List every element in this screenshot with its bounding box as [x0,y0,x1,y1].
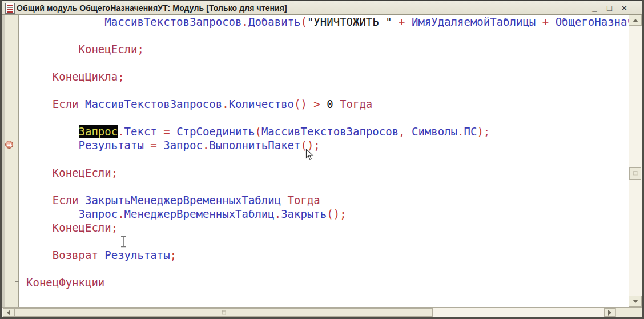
code-line[interactable]: Если МассивТекстовЗапросов.Количество() … [26,97,629,111]
code-segment: ИмяУдаляемойТаблицы [412,15,536,28]
vertical-scrollbar[interactable] [629,15,642,307]
editor-gutter [5,15,18,307]
code-segment: ; [118,70,124,83]
code-segment: Текст [124,125,157,138]
window-controls: _ □ × [590,1,629,14]
code-segment: ; [111,221,118,234]
thumb-grip-icon [222,310,226,314]
code-segment: Символы [412,125,457,138]
minimize-button[interactable]: _ [590,3,599,13]
code-segment: = [144,139,163,151]
scroll-up-button[interactable] [629,15,642,26]
scroll-right-button[interactable] [604,308,615,317]
code-segment: (); [300,139,320,151]
horizontal-scrollbar-thumb[interactable] [14,308,433,317]
code-segment: ПС [464,125,477,138]
code-segment: ЗакрытьМенеджерВременныхТаблиц [85,194,281,206]
code-line[interactable]: Возврат Результаты; [26,248,629,262]
code-segment: Если [26,98,85,110]
code-segment: Запрос [26,208,118,220]
code-area[interactable]: МассивТекстовЗапросов.Добавить("УНИЧТОЖИ… [19,15,629,307]
code-segment: МассивТекстовЗапросов [85,98,222,110]
code-line[interactable] [26,56,629,70]
code-segment: ОбщегоНазнач [556,15,629,28]
code-segment [26,125,79,138]
scroll-down-icon [633,300,638,303]
code-segment: МенеджерВременныхТаблиц [124,208,275,220]
code-line[interactable] [26,262,629,276]
code-segment: "УНИЧТОЖИТЬ " [307,15,392,28]
maximize-button[interactable]: □ [605,3,614,13]
code-segment: КонецЕсли [26,166,111,179]
code-line[interactable] [26,180,629,193]
code-line[interactable]: МассивТекстовЗапросов.Добавить("УНИЧТОЖИ… [26,15,629,29]
code-segment: Если [26,194,85,206]
code-line[interactable] [26,234,629,248]
code-segment: = [157,125,176,138]
code-line[interactable] [26,83,629,97]
module-document-icon [5,3,15,14]
code-segment: + [392,15,412,28]
code-segment: ; [111,166,118,179]
vertical-scrollbar-thumb[interactable] [629,167,641,180]
code-segment: Закрыть [281,208,327,220]
code-segment: + [536,15,555,28]
code-segment: , [399,125,412,138]
code-segment: ВыполнитьПакет [209,139,300,151]
current-position-icon [5,141,13,149]
code-line[interactable]: КонецФункции [26,276,629,289]
code-line[interactable]: Результаты = Запрос.ВыполнитьПакет(); [26,138,629,152]
code-segment: () > [294,98,327,110]
code-segment: ; [137,43,143,55]
code-line[interactable] [26,111,629,125]
code-segment: 0 [327,98,333,110]
code-segment: Количество [229,98,294,110]
window-border-right [642,0,644,319]
scrollbar-corner [615,308,642,317]
code-lines: МассивТекстовЗапросов.Добавить("УНИЧТОЖИ… [19,15,629,289]
code-segment: КонецФункции [26,276,104,289]
close-button[interactable]: × [619,3,629,13]
module-editor-window: Общий модуль ОбщегоНазначенияУТ: Модуль … [0,0,644,319]
code-segment: Запрос [163,139,203,151]
code-segment: СтрСоединить [176,125,255,138]
window-border-bottom [0,317,644,319]
code-line[interactable]: КонецЕсли; [26,221,629,234]
code-line[interactable]: Запрос.Текст = СтрСоединить(МассивТексто… [26,125,629,138]
code-segment: . [242,15,248,28]
code-line[interactable]: Если ЗакрытьМенеджерВременныхТаблиц Тогд… [26,193,629,207]
code-segment: Возврат [26,249,104,261]
selected-word: Запрос [79,125,118,138]
code-segment: . [203,139,209,151]
code-line[interactable]: Запрос.МенеджерВременныхТаблиц.Закрыть()… [26,207,629,221]
code-segment: Добавить [248,15,301,28]
code-segment: КонецЕсли [26,221,111,234]
scroll-right-icon [608,310,611,316]
window-title: Общий модуль ОбщегоНазначенияУТ: Модуль … [17,3,287,13]
code-segment: (); [327,208,346,220]
scroll-up-icon [633,19,638,22]
thumb-grip-icon [633,172,637,176]
code-segment: ( [300,15,307,28]
code-line[interactable] [26,152,629,166]
code-segment: Тогда [333,98,373,110]
code-line[interactable]: КонецЕсли; [26,42,629,56]
code-segment: ( [255,125,261,138]
code-segment: МассивТекстовЗапросов [261,125,399,138]
code-segment: . [118,208,124,220]
code-segment: . [275,208,281,220]
code-segment: . [118,125,124,138]
code-segment: Тогда [281,194,320,206]
code-segment: Результаты [104,249,170,261]
scroll-left-icon [7,310,10,316]
code-segment: МассивТекстовЗапросов [26,15,242,28]
code-segment: . [222,98,228,110]
scroll-left-button[interactable] [3,308,14,317]
horizontal-scrollbar[interactable] [2,307,642,317]
code-line[interactable] [26,29,629,42]
code-line[interactable]: КонецЕсли; [26,166,629,180]
scroll-down-button[interactable] [629,296,642,307]
code-segment: КонецЦикла [26,70,118,83]
code-line[interactable]: КонецЦикла; [26,70,629,83]
titlebar[interactable]: Общий модуль ОбщегоНазначенияУТ: Модуль … [2,1,642,15]
